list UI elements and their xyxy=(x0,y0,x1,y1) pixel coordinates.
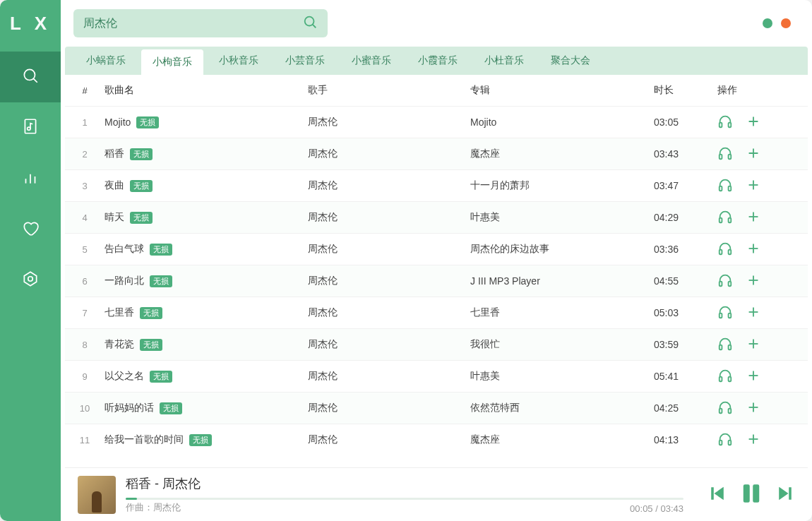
playback-controls xyxy=(707,481,795,509)
bar-chart-icon xyxy=(21,168,40,189)
table-row[interactable]: 3夜曲无损周杰伦十一月的萧邦03:47 xyxy=(65,169,808,201)
svg-rect-11 xyxy=(720,122,722,126)
listen-button[interactable] xyxy=(717,336,733,354)
row-actions xyxy=(717,209,795,227)
add-button[interactable] xyxy=(746,209,761,227)
quality-badge: 无损 xyxy=(130,148,153,160)
listen-button[interactable] xyxy=(717,273,733,290)
row-actions xyxy=(717,304,795,322)
source-tab[interactable]: 小蜗音乐 xyxy=(75,47,137,75)
search-icon[interactable] xyxy=(302,14,318,32)
svg-marker-55 xyxy=(715,487,724,498)
source-tab[interactable]: 小霞音乐 xyxy=(407,47,469,75)
source-tabs: 小蜗音乐小枸音乐小秋音乐小芸音乐小蜜音乐小霞音乐小杜音乐聚合大会 xyxy=(65,47,808,75)
artist-name: 周杰伦 xyxy=(308,243,470,256)
add-button[interactable] xyxy=(746,431,761,449)
main-content: 小蜗音乐小枸音乐小秋音乐小芸音乐小蜜音乐小霞音乐小杜音乐聚合大会 # 歌曲名 歌… xyxy=(61,0,812,521)
table-row[interactable]: 9以父之名无损周杰伦叶惠美05:41 xyxy=(65,360,808,392)
add-button[interactable] xyxy=(746,241,761,258)
nav-ranking[interactable] xyxy=(0,153,61,204)
col-song: 歌曲名 xyxy=(105,84,308,97)
quality-badge: 无损 xyxy=(140,339,162,351)
prev-button[interactable] xyxy=(707,484,727,506)
row-index: 4 xyxy=(65,212,105,223)
row-actions xyxy=(717,114,795,131)
quality-badge: 无损 xyxy=(140,307,162,319)
song-name: 青花瓷无损 xyxy=(105,338,308,351)
listen-button[interactable] xyxy=(717,145,733,163)
source-tab[interactable]: 小枸音乐 xyxy=(141,49,203,75)
svg-marker-59 xyxy=(780,487,788,498)
table-row[interactable]: 8青花瓷无损周杰伦我很忙03:59 xyxy=(65,328,808,360)
source-tab[interactable]: 小蜜音乐 xyxy=(340,47,402,75)
table-row[interactable]: 1Mojito无损周杰伦Mojito03:05 xyxy=(65,106,808,138)
listen-button[interactable] xyxy=(717,368,733,385)
quality-badge: 无损 xyxy=(160,402,182,414)
svg-point-8 xyxy=(28,277,33,282)
search-input[interactable] xyxy=(83,17,302,30)
add-button[interactable] xyxy=(746,177,761,195)
add-button[interactable] xyxy=(746,304,761,322)
row-index: 5 xyxy=(65,244,105,255)
row-index: 9 xyxy=(65,371,105,382)
source-tab[interactable]: 小芸音乐 xyxy=(274,47,336,75)
minimize-button[interactable] xyxy=(763,18,772,28)
nav-songlist[interactable] xyxy=(0,102,61,153)
nav-favorites[interactable] xyxy=(0,204,61,255)
listen-button[interactable] xyxy=(717,114,733,131)
song-name: 七里香无损 xyxy=(105,306,308,319)
row-actions xyxy=(717,177,795,195)
add-button[interactable] xyxy=(746,145,761,163)
svg-rect-16 xyxy=(729,154,732,158)
add-button[interactable] xyxy=(746,336,761,354)
quality-badge: 无损 xyxy=(130,180,153,192)
listen-button[interactable] xyxy=(717,209,733,227)
sidebar: L X xyxy=(0,0,61,521)
svg-line-1 xyxy=(33,78,37,82)
listen-button[interactable] xyxy=(717,177,733,195)
listen-button[interactable] xyxy=(717,400,733,417)
add-button[interactable] xyxy=(746,368,761,385)
next-button[interactable] xyxy=(775,484,795,506)
svg-rect-60 xyxy=(789,487,791,498)
row-actions xyxy=(717,145,795,163)
row-index: 10 xyxy=(65,403,105,414)
table-row[interactable]: 2稻香无损周杰伦魔杰座03:43 xyxy=(65,138,808,169)
svg-rect-47 xyxy=(720,408,722,412)
pause-button[interactable] xyxy=(739,481,764,509)
listen-button[interactable] xyxy=(717,304,733,322)
svg-rect-58 xyxy=(753,485,759,502)
row-index: 1 xyxy=(65,117,105,128)
svg-rect-48 xyxy=(729,408,732,412)
nav-settings[interactable] xyxy=(0,255,61,306)
listen-button[interactable] xyxy=(717,241,733,258)
album-name: 我很忙 xyxy=(470,338,654,351)
now-playing: 稻香 - 周杰伦 作曲：周杰伦 00:05 / 03:43 xyxy=(126,475,683,514)
svg-rect-57 xyxy=(744,485,750,502)
add-button[interactable] xyxy=(746,114,761,131)
source-tab[interactable]: 小秋音乐 xyxy=(208,47,270,75)
svg-rect-24 xyxy=(729,217,732,222)
album-cover[interactable] xyxy=(78,476,116,514)
table-body[interactable]: 1Mojito无损周杰伦Mojito03:052稻香无损周杰伦魔杰座03:433… xyxy=(65,106,808,467)
album-name: 叶惠美 xyxy=(470,370,654,383)
svg-rect-28 xyxy=(729,249,732,253)
close-button[interactable] xyxy=(781,18,791,28)
listen-button[interactable] xyxy=(717,431,733,449)
source-tab[interactable]: 小杜音乐 xyxy=(473,47,535,75)
table-row[interactable]: 10听妈妈的话无损周杰伦依然范特西04:25 xyxy=(65,392,808,424)
svg-rect-32 xyxy=(729,281,732,285)
add-button[interactable] xyxy=(746,400,761,417)
table-row[interactable]: 11给我一首歌的时间无损周杰伦魔杰座04:13 xyxy=(65,424,808,455)
progress-bar[interactable] xyxy=(126,498,683,500)
source-tab[interactable]: 聚合大会 xyxy=(539,47,602,75)
table-row[interactable]: 5告白气球无损周杰伦周杰伦的床边故事03:36 xyxy=(65,233,808,265)
row-index: 11 xyxy=(65,435,105,445)
add-button[interactable] xyxy=(746,273,761,290)
search-box[interactable] xyxy=(73,9,328,37)
album-name: 依然范特西 xyxy=(470,402,654,414)
nav-search[interactable] xyxy=(0,52,61,102)
table-row[interactable]: 6一路向北无损周杰伦J III MP3 Player04:55 xyxy=(65,265,808,297)
table-row[interactable]: 7七里香无损周杰伦七里香05:03 xyxy=(65,297,808,328)
table-row[interactable]: 4晴天无损周杰伦叶惠美04:29 xyxy=(65,201,808,233)
